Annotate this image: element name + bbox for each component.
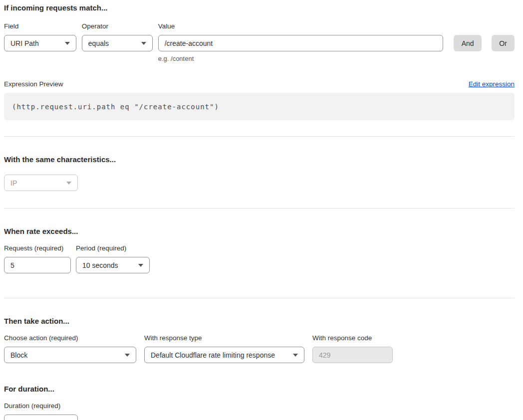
choose-action-select[interactable]: Block [4,347,136,363]
requests-group: Requests (required) [4,244,71,273]
response-type-label: With response type [144,334,304,342]
period-label: Period (required) [76,244,150,252]
choose-action-select-value: Block [10,351,27,359]
field-group: Field URI Path [4,22,76,51]
response-type-group: With response type Default Cloudflare ra… [144,334,304,363]
field-select[interactable]: URI Path [4,35,76,51]
value-hint: e.g. /content [158,55,444,62]
edit-expression-link[interactable]: Edit expression [469,80,515,88]
choose-action-group: Choose action (required) Block [4,334,136,363]
field-label: Field [4,22,76,30]
chevron-down-icon [65,42,70,45]
expression-header-row: Expression Preview Edit expression [4,80,515,88]
requests-label: Requests (required) [4,244,71,252]
value-input[interactable] [158,35,444,51]
value-label: Value [158,22,444,30]
period-select[interactable]: 10 seconds [76,257,150,273]
field-select-value: URI Path [10,39,39,47]
or-button[interactable]: Or [492,35,515,51]
response-type-select-value: Default Cloudflare rate limiting respons… [151,351,275,359]
expression-code: (http.request.uri.path eq "/create-accou… [12,103,219,111]
operator-label: Operator [82,22,153,30]
requests-input[interactable] [4,257,71,273]
period-group: Period (required) 10 seconds [76,244,150,273]
chevron-down-icon [138,264,143,267]
operator-select[interactable]: equals [82,35,153,51]
match-section-title: If incoming requests match... [4,3,515,12]
characteristic-select[interactable]: IP [4,175,78,191]
duration-select[interactable]: 10 seconds [4,415,78,420]
characteristics-section-title: With the same characteristics... [4,155,515,164]
rate-limiting-rule-form: If incoming requests match... Field URI … [0,0,523,420]
period-select-value: 10 seconds [82,261,118,269]
response-code-input[interactable] [312,347,393,363]
chevron-down-icon [125,354,130,357]
expression-preview-label: Expression Preview [4,80,63,88]
action-controls-row: Choose action (required) Block With resp… [4,334,515,363]
expression-preview-box: (http.request.uri.path eq "/create-accou… [4,93,515,120]
action-section-title: Then take action... [4,317,515,326]
response-type-select[interactable]: Default Cloudflare rate limiting respons… [144,347,304,363]
operator-group: Operator equals [82,22,153,51]
value-group: Value e.g. /content [158,22,444,62]
chevron-down-icon [66,182,71,185]
match-controls-row: Field URI Path Operator equals Value e.g… [4,22,515,62]
section-divider [4,136,515,137]
duration-section-title: For duration... [4,385,515,394]
chevron-down-icon [141,42,146,45]
characteristic-select-value: IP [10,179,17,187]
rate-section-title: When rate exceeds... [4,227,515,236]
section-divider [4,208,515,209]
chevron-down-icon [293,354,298,357]
rate-controls-row: Requests (required) Period (required) 10… [4,244,515,273]
section-divider [4,298,515,298]
response-code-label: With response code [312,334,393,342]
choose-action-label: Choose action (required) [4,334,136,342]
response-code-group: With response code [312,334,393,363]
duration-group: Duration (required) 10 seconds [4,402,78,420]
and-button[interactable]: And [454,35,482,51]
duration-label: Duration (required) [4,402,78,410]
operator-select-value: equals [88,39,109,47]
